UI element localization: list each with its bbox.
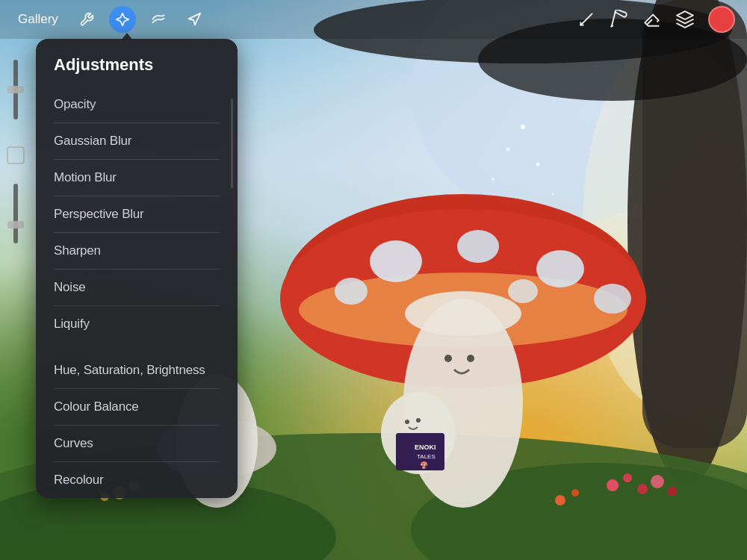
opacity-slider[interactable] <box>13 60 18 119</box>
svg-text:TALES: TALES <box>417 453 436 460</box>
menu-item-motion-blur[interactable]: Motion Blur <box>36 160 238 196</box>
menu-item-gaussian-blur[interactable]: Gaussian Blur <box>36 123 238 159</box>
navigate-button[interactable] <box>181 6 208 33</box>
svg-point-11 <box>637 484 648 494</box>
size-slider[interactable] <box>13 184 18 243</box>
section-gap <box>36 342 238 352</box>
svg-text:🍄: 🍄 <box>420 461 429 470</box>
svg-point-13 <box>668 487 677 496</box>
pen-tool[interactable] <box>577 10 596 29</box>
svg-point-40 <box>405 420 409 424</box>
svg-line-48 <box>580 13 592 25</box>
color-picker[interactable] <box>708 6 735 33</box>
brush-tool[interactable] <box>610 10 629 29</box>
svg-point-25 <box>594 284 631 314</box>
svg-point-22 <box>370 240 422 282</box>
svg-point-23 <box>457 230 499 263</box>
menu-item-perspective-blur[interactable]: Perspective Blur <box>36 196 238 232</box>
menu-item-liquify[interactable]: Liquify <box>36 306 238 342</box>
menu-item-noise[interactable]: Noise <box>36 270 238 305</box>
menu-item-hue-sat[interactable]: Hue, Saturation, Brightness <box>36 352 238 388</box>
svg-point-27 <box>508 279 538 303</box>
size-slider-thumb <box>7 221 24 228</box>
svg-point-29 <box>405 291 521 336</box>
svg-text:ENOKI: ENOKI <box>415 444 436 451</box>
svg-point-30 <box>444 355 452 362</box>
menu-item-curves[interactable]: Curves <box>36 426 238 461</box>
menu-item-sharpen[interactable]: Sharpen <box>36 233 238 269</box>
svg-point-45 <box>492 178 495 181</box>
svg-point-9 <box>607 479 619 491</box>
toolbar-right <box>577 6 735 33</box>
svg-point-44 <box>536 163 540 167</box>
panel-arrow <box>121 33 133 40</box>
menu-item-recolour[interactable]: Recolour <box>36 462 238 498</box>
magic-button[interactable] <box>109 6 136 33</box>
menu-item-colour-balance[interactable]: Colour Balance <box>36 389 238 425</box>
adjustments-panel: Adjustments Opacity Gaussian Blur Motion… <box>36 39 238 498</box>
layers-tool[interactable] <box>675 10 695 29</box>
menu-item-opacity[interactable]: Opacity <box>36 87 238 122</box>
svg-point-26 <box>335 278 368 305</box>
gallery-button[interactable]: Gallery <box>12 9 64 30</box>
smudge-button[interactable] <box>145 6 172 33</box>
panel-title: Adjustments <box>36 39 238 87</box>
opacity-slider-thumb <box>7 86 24 93</box>
svg-point-10 <box>623 473 632 482</box>
svg-point-46 <box>552 193 554 196</box>
svg-marker-51 <box>677 11 693 19</box>
svg-point-42 <box>521 125 525 129</box>
svg-point-24 <box>536 250 584 287</box>
eraser-tool[interactable] <box>642 10 662 29</box>
top-bar: Gallery <box>0 0 747 39</box>
wrench-button[interactable] <box>73 6 100 33</box>
left-sidebar <box>0 39 31 560</box>
svg-point-15 <box>571 489 579 497</box>
svg-point-12 <box>651 475 664 488</box>
svg-marker-47 <box>188 13 200 25</box>
svg-point-14 <box>555 495 565 505</box>
toolbar-left: Gallery <box>12 6 208 33</box>
svg-point-41 <box>416 418 421 423</box>
svg-point-43 <box>506 148 509 151</box>
scroll-indicator <box>231 99 233 188</box>
modifier-toggle[interactable] <box>7 146 25 164</box>
svg-point-31 <box>467 355 474 362</box>
